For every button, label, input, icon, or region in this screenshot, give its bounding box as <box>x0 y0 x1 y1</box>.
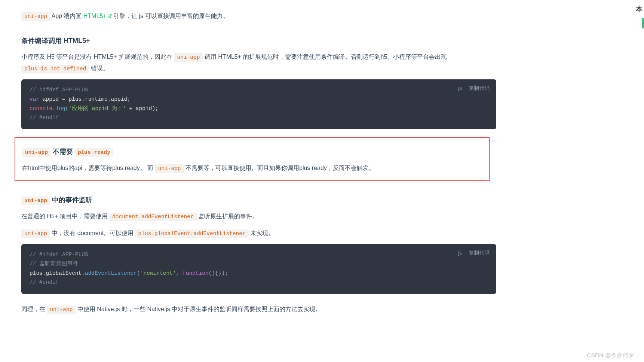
paragraph: 同理，在 uni-app 中使用 Native.js 时，一些 Native.j… <box>21 304 496 315</box>
text: 小程序及 H5 等平台是没有 HTML5+ 扩展规范的，因此在 <box>21 54 174 60</box>
html5plus-link[interactable]: HTML5+ <box>83 13 112 19</box>
code-content: // #ifdef APP-PLUS var appid = plus.runt… <box>30 85 488 122</box>
text: 中，没有 document。可以使用 <box>50 230 135 236</box>
inline-code: uni-app <box>155 164 184 173</box>
text: 在html中使用plus的api，需要等待plus ready。 而 <box>22 165 155 171</box>
tok: 'newintent' <box>140 270 176 276</box>
text: 不需要 <box>51 148 75 155</box>
code-line: // #endif <box>30 115 59 121</box>
tok: plus <box>30 270 43 276</box>
text: 在普通的 H5+ 项目中，需要使用 <box>21 213 109 219</box>
code-block-2: js 复制代码 // #ifdef APP-PLUS // 监听新意图事件 pl… <box>21 244 496 294</box>
paragraph: 在html中使用plus的api，需要等待plus ready。 而 uni-a… <box>22 162 482 174</box>
text: 监听原生扩展的事件。 <box>197 213 258 219</box>
code-line: // 监听新意图事件 <box>30 261 79 267</box>
tok: . <box>43 270 46 276</box>
heading-event-listener: uni-app 中的事件监听 <box>21 195 496 206</box>
tok: log <box>56 106 65 112</box>
tok: . <box>108 96 111 102</box>
text: 中的事件监听 <box>50 196 92 204</box>
paragraph: uni-app 中，没有 document。可以使用 plus.globalEv… <box>21 228 496 239</box>
external-link-icon <box>107 11 112 15</box>
code-content: // #ifdef APP-PLUS // 监听新意图事件 plus.globa… <box>30 250 488 287</box>
inline-code: uni-app <box>22 148 51 157</box>
tok: ( <box>137 270 140 276</box>
inline-code: uni-app <box>21 197 50 205</box>
tok: console <box>30 106 52 112</box>
copy-code-button[interactable]: 复制代码 <box>469 250 490 256</box>
inline-code: uni-app <box>21 12 50 21</box>
tok: runtime <box>85 96 108 102</box>
tok: . <box>82 270 85 276</box>
intro-paragraph: uni-app App 端内置 HTML5+ 引擎，让 js 可以直接调用丰富的… <box>21 10 496 22</box>
tok: ; <box>127 96 131 102</box>
link-text: HTML5+ <box>83 13 107 19</box>
page-edge-accent <box>642 18 644 28</box>
tok: globalEvent <box>46 270 82 276</box>
text: 来实现。 <box>249 230 274 236</box>
highlight-box: uni-app 不需要 plus ready 在html中使用plus的api，… <box>15 137 490 181</box>
inline-code: plus is not defined <box>21 65 89 73</box>
paragraph: 在普通的 H5+ 项目中，需要使用 document.addEventListe… <box>21 211 496 222</box>
code-line: // #endif <box>30 279 59 285</box>
tok: + appid); <box>126 106 159 112</box>
text: App 端内置 <box>50 13 83 19</box>
inline-code: plus.globalEvent.addEventListener <box>135 229 249 238</box>
inline-code: uni-app <box>47 305 76 314</box>
copy-code-button[interactable]: 复制代码 <box>469 85 490 91</box>
inline-code: document.addEventListener <box>109 213 197 221</box>
inline-code: uni-app <box>21 229 50 238</box>
tok: appid <box>111 96 128 102</box>
text: 调用 HTML5+ 的扩展规范时，需要注意使用条件编译。否则运行到h5、小程序等… <box>203 54 447 60</box>
tok: addEventListener <box>85 270 137 276</box>
watermark: CSDN @今夕何夕 <box>587 352 634 359</box>
page-edge-char: 本 <box>636 4 643 13</box>
tok: (){}); <box>209 270 228 276</box>
text: 引擎，让 js 可以直接调用丰富的原生能力。 <box>112 13 229 19</box>
code-block-1: js 复制代码 // #ifdef APP-PLUS var appid = p… <box>21 79 496 129</box>
article-body: uni-app App 端内置 HTML5+ 引擎，让 js 可以直接调用丰富的… <box>21 0 496 315</box>
code-line: // #ifdef APP-PLUS <box>30 87 88 93</box>
tok: . <box>82 96 85 102</box>
inline-code: uni-app <box>174 53 203 62</box>
text: 同理，在 <box>21 306 47 312</box>
tok: function <box>183 270 209 276</box>
tok: var <box>30 96 39 102</box>
code-line: // #ifdef APP-PLUS <box>30 252 88 258</box>
paragraph: 小程序及 H5 等平台是没有 HTML5+ 扩展规范的，因此在 uni-app … <box>21 51 496 74</box>
text: 中使用 Native.js 时，一些 Native.js 中对于原生事件的监听同… <box>76 306 321 312</box>
code-lang-label: js <box>458 85 462 91</box>
tok: . <box>52 106 56 112</box>
text: 不需要等，可以直接使用。而且如果你调用plus ready，反而不会触发。 <box>184 165 375 171</box>
heading-conditional-compile: 条件编译调用 HTML5+ <box>21 36 496 46</box>
text: 错误。 <box>89 65 108 72</box>
code-lang-label: js <box>458 250 462 256</box>
heading-plus-ready: uni-app 不需要 plus ready <box>22 146 482 157</box>
tok: , <box>176 270 183 276</box>
tok: '应用的 appid 为：' <box>68 106 126 112</box>
inline-code: plus ready <box>75 148 113 157</box>
tok: appid = plus <box>39 96 82 102</box>
